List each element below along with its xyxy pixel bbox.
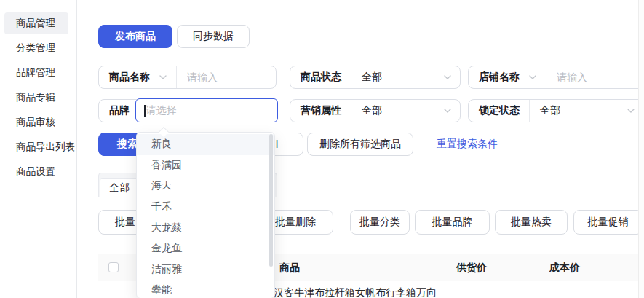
table-row-product-name[interactable]: 汉客牛津布拉杆箱女帆布行李箱万向 — [274, 286, 437, 298]
delete-filtered-products-button[interactable]: 删除所有筛选商品 — [307, 133, 413, 156]
filter-lock-status: 锁定状态 全部 — [468, 99, 644, 122]
sidebar-item-category-management[interactable]: 分类管理 — [0, 36, 77, 60]
brand-option[interactable]: 攀能 — [137, 280, 274, 298]
tab-label: 全部 — [109, 181, 130, 195]
filter-label: 商品名称 — [109, 71, 150, 84]
selected-value: 全部 — [362, 71, 382, 84]
tab-all[interactable]: 全部 — [100, 178, 139, 197]
sidebar-item-label: 商品设置 — [16, 165, 55, 179]
brand-option[interactable]: 新良 — [137, 134, 274, 155]
brand-option[interactable]: 金龙鱼 — [137, 238, 274, 259]
filter-label: 品牌 — [109, 104, 130, 117]
sidebar-item-product-review[interactable]: 商品审核 — [0, 110, 77, 135]
shop-name-input[interactable] — [557, 71, 635, 83]
shop-name-select[interactable]: 店铺名称 — [469, 66, 546, 88]
sidebar: 商品管理 分类管理 品牌管理 商品专辑 商品审核 商品导出列表 商品设置 — [0, 0, 77, 298]
text-cursor — [144, 105, 146, 117]
column-header-supply-price: 供货价 — [456, 254, 487, 282]
sidebar-item-product-management[interactable]: 商品管理 — [0, 11, 77, 36]
sidebar-item-product-settings[interactable]: 商品设置 — [0, 160, 77, 184]
batch-hot-sale-button[interactable]: 批量热卖 — [495, 210, 568, 235]
batch-promotion-button[interactable]: 批量促销 — [573, 210, 643, 235]
sidebar-item-label: 商品导出列表 — [16, 141, 75, 154]
sidebar-item-label: 品牌管理 — [16, 66, 55, 79]
marketing-attribute-select[interactable]: 全部 — [351, 100, 460, 122]
sidebar-item-brand-management[interactable]: 品牌管理 — [0, 60, 77, 85]
chevron-down-icon — [444, 75, 451, 79]
chevron-down-icon — [627, 109, 635, 113]
filter-label: 店铺名称 — [479, 71, 520, 84]
product-name-select[interactable]: 商品名称 — [99, 66, 176, 88]
batch-category-button[interactable]: 批量分类 — [350, 210, 410, 235]
sidebar-item-product-export-list[interactable]: 商品导出列表 — [0, 135, 77, 160]
filter-label: 商品状态 — [301, 71, 341, 84]
brand-option[interactable]: 海天 — [137, 176, 274, 197]
chevron-down-icon — [529, 75, 536, 79]
sidebar-item-product-album[interactable]: 商品专辑 — [0, 85, 77, 110]
dropdown-scrollbar[interactable] — [269, 134, 273, 267]
filter-marketing-attribute: 营销属性 全部 — [290, 99, 461, 122]
chevron-down-icon — [444, 109, 451, 113]
product-name-input[interactable] — [187, 71, 267, 83]
brand-option[interactable]: 洁丽雅 — [137, 259, 274, 281]
column-header-cost-price: 成本价 — [549, 254, 580, 282]
brand-option[interactable]: 大龙燚 — [137, 217, 274, 238]
filter-label: 锁定状态 — [479, 104, 520, 117]
publish-product-button[interactable]: 发布商品 — [98, 25, 172, 48]
lock-status-select[interactable]: 全部 — [530, 100, 643, 122]
selected-value: 全部 — [362, 104, 382, 117]
brand-dropdown: 新良 香满园 海天 千禾 大龙燚 金龙鱼 洁丽雅 攀能 — [136, 132, 275, 298]
brand-input-placeholder: 请选择 — [146, 104, 177, 117]
sidebar-item-label: 分类管理 — [16, 42, 55, 55]
filter-product-status: 商品状态 全部 — [290, 66, 461, 89]
brand-option[interactable]: 千禾 — [137, 197, 274, 218]
sidebar-top-divider — [0, 1, 69, 1]
product-status-select[interactable]: 全部 — [351, 66, 460, 88]
filter-shop-name: 店铺名称 — [468, 66, 644, 89]
sidebar-item-label: 商品专辑 — [16, 91, 55, 104]
sync-data-button[interactable]: 同步数据 — [177, 25, 250, 48]
brand-option[interactable]: 香满园 — [137, 155, 274, 176]
page-scrollbar[interactable] — [638, 0, 644, 298]
column-header-product: 商品 — [279, 254, 300, 282]
sidebar-item-label: 商品管理 — [16, 17, 55, 30]
chevron-down-icon — [159, 75, 167, 79]
filter-product-name: 商品名称 — [98, 66, 277, 89]
reset-search-link[interactable]: 重置搜索条件 — [437, 133, 498, 156]
selected-value: 全部 — [540, 104, 560, 117]
select-all-checkbox[interactable] — [108, 262, 119, 272]
brand-dropdown-list: 新良 香满园 海天 千禾 大龙燚 金龙鱼 洁丽雅 攀能 — [137, 133, 274, 298]
filter-label: 营销属性 — [301, 104, 341, 117]
batch-brand-button[interactable]: 批量品牌 — [415, 210, 490, 235]
sidebar-item-label: 商品审核 — [16, 116, 55, 129]
brand-input[interactable]: 请选择 — [135, 98, 278, 122]
